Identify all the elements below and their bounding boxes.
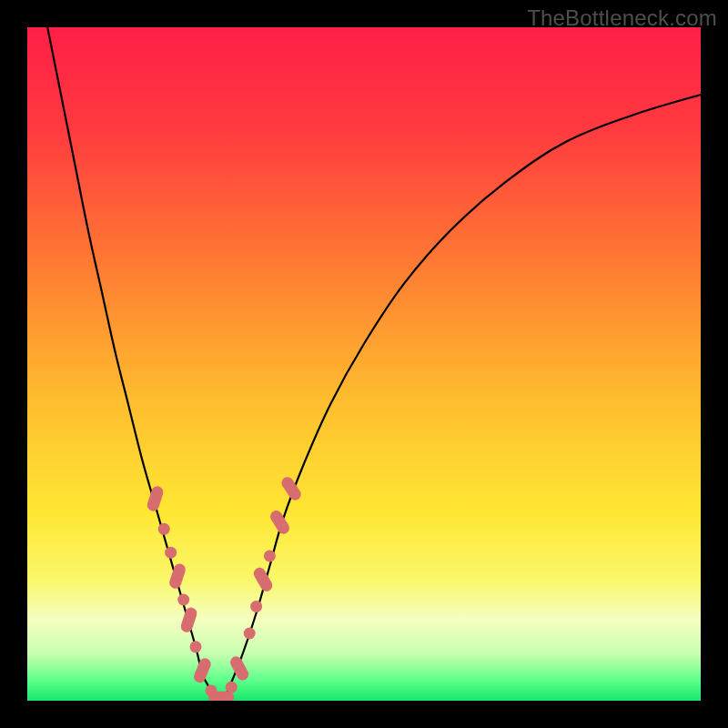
marker-pill [168,562,187,591]
marker-pill [179,606,198,634]
marker-pill [279,475,303,502]
watermark-text: TheBottleneck.com [527,5,717,31]
marker-dot [190,641,202,652]
marker-dot [250,601,262,612]
marker-cluster [146,475,303,701]
plot-area [27,27,701,701]
chart-frame: TheBottleneck.com [0,0,728,728]
marker-pill [251,565,274,593]
marker-dot [244,628,256,640]
marker-pill [268,509,292,537]
curves-layer [27,27,701,701]
marker-dot [158,523,170,535]
marker-dot [177,594,189,606]
left-curve [47,27,222,701]
marker-pill [228,654,251,682]
marker-dot [165,547,177,559]
marker-dot [226,682,238,693]
marker-pill [192,656,213,684]
marker-dot [264,550,276,561]
marker-pill [146,485,165,513]
right-curve [223,95,701,701]
